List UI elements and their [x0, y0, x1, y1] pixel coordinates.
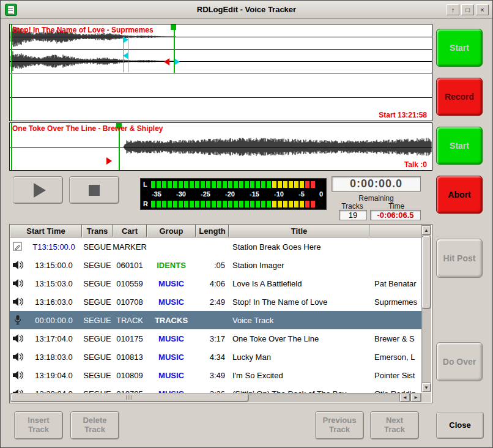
cell-start-time: 00:00:00.0: [26, 316, 82, 325]
log-row[interactable]: 13:15:03.0SEGUE010559MUSIC4:06Love Is A …: [10, 274, 423, 293]
track-start-line: [11, 74, 12, 121]
time-remaining-value: -0:06:06.5: [370, 210, 421, 220]
log-row[interactable]: 13:17:04.0SEGUE010175MUSIC3:17One Toke O…: [10, 329, 423, 348]
close-button[interactable]: ×: [476, 4, 489, 15]
window-title: RDLogEdit - Voice Tracker: [1, 5, 492, 14]
meter-scale-label: -35: [152, 190, 161, 198]
led-segment-icon: [162, 201, 166, 207]
play-button[interactable]: [13, 176, 63, 204]
log-row[interactable]: 13:15:00.0SEGUE060101IDENTS:05Station Im…: [10, 256, 423, 274]
scroll-down-icon[interactable]: ▼: [421, 383, 431, 392]
voice-track-pane[interactable]: Start 13:21:58: [10, 74, 432, 121]
marker-note-icon: [10, 242, 26, 252]
cell-start-time: 13:16:03.0: [26, 297, 82, 307]
start-track1-button[interactable]: Start: [436, 29, 483, 67]
led-segment-icon: [157, 181, 161, 188]
meter-scale-label: -30: [176, 190, 186, 198]
title-bar[interactable]: RDLogEdit - Voice Tracker ↑□×: [1, 1, 492, 19]
insert-track-button[interactable]: Insert Track: [14, 411, 63, 439]
led-segment-icon: [195, 181, 199, 188]
vertical-scrollbar-thumb[interactable]: [421, 236, 431, 309]
start-track2-button[interactable]: Start: [436, 127, 483, 165]
close-button[interactable]: Close: [436, 412, 484, 439]
log-row[interactable]: 13:18:03.0SEGUE010813MUSIC4:34Lucky ManE…: [10, 348, 423, 366]
previous-track-button[interactable]: Previous Track: [315, 411, 364, 439]
stop-button[interactable]: [69, 176, 119, 204]
voice-start-label: Start 13:21:58: [379, 111, 427, 119]
column-header-title[interactable]: Title: [229, 225, 369, 237]
cell-group: MUSIC: [147, 279, 196, 288]
cell-title: I'm So Excited: [229, 371, 369, 380]
led-segment-icon: [305, 201, 310, 207]
led-segment-icon: [300, 201, 304, 207]
meter-scale-label: -10: [274, 190, 284, 198]
next-track-button[interactable]: Next Track: [370, 411, 419, 439]
track1-waveform-pane[interactable]: Stop! In The Name of Love - Suprmemes: [10, 24, 432, 73]
column-header-cart[interactable]: Cart: [113, 225, 147, 237]
shade-button[interactable]: ↑: [447, 4, 459, 15]
column-header-trans[interactable]: Trans: [82, 225, 113, 237]
elapsed-time-display: 0:00:00.0: [332, 176, 421, 192]
led-segment-icon: [173, 181, 177, 188]
fade-marker-handle-icon[interactable]: [175, 59, 180, 65]
cell-length: 4:06: [196, 279, 229, 288]
hit-post-button[interactable]: Hit Post: [436, 239, 483, 278]
led-segment-icon: [267, 181, 271, 188]
scroll-up-icon[interactable]: ▲: [421, 225, 431, 235]
cell-group: MUSIC: [147, 334, 196, 343]
meter-scale-label: -25: [201, 190, 210, 198]
led-segment-icon: [272, 181, 276, 188]
end-marker-handle-icon[interactable]: [164, 58, 169, 65]
tracks-remaining-value: 19: [339, 210, 367, 220]
cell-cart: 010813: [113, 353, 147, 362]
column-header-length[interactable]: Length: [196, 225, 229, 237]
horizontal-scrollbar-thumb[interactable]: [10, 393, 249, 402]
speaker-icon: [10, 334, 26, 343]
cell-cart: 010809: [113, 371, 147, 380]
play-icon: [34, 183, 46, 198]
cell-start-time: 13:17:04.0: [26, 334, 82, 343]
track2-waveform-pane[interactable]: One Toke Over The Line - Brewer & Shiple…: [10, 123, 432, 170]
led-segment-icon: [278, 201, 282, 207]
scroll-left-icon[interactable]: ◄: [399, 393, 410, 402]
log-row[interactable]: 13:16:03.0SEGUE010708MUSIC2:49Stop! In T…: [10, 293, 423, 311]
fade-marker-handle-icon[interactable]: [123, 53, 128, 59]
start-marker-handle-icon[interactable]: [106, 157, 112, 165]
cell-cart: TRACK: [113, 316, 147, 325]
cell-trans: SEGUE: [82, 297, 113, 307]
column-header-group[interactable]: Group: [147, 225, 196, 237]
record-button[interactable]: Record: [436, 78, 483, 116]
horizontal-scrollbar[interactable]: ◄ ►: [10, 393, 421, 402]
led-segment-icon: [267, 201, 271, 207]
led-segment-icon: [168, 181, 172, 188]
meter-scale-label: -5: [298, 190, 305, 198]
column-header-artist[interactable]: [369, 225, 422, 237]
log-row[interactable]: T13:15:00.0SEGUEMARKERStation Break Goes…: [10, 237, 423, 256]
led-segment-icon: [168, 201, 172, 207]
segue-marker-line: [174, 24, 175, 73]
led-segment-icon: [250, 201, 254, 207]
cell-artist: Pat Benatar: [369, 279, 422, 288]
delete-track-button[interactable]: Delete Track: [70, 411, 119, 439]
led-segment-icon: [190, 201, 194, 207]
led-segment-icon: [256, 181, 260, 188]
log-row-selected[interactable]: 00:00:00.0SEGUETRACKTRACKSVoice Track: [10, 311, 423, 329]
segue-start-marker-handle-icon[interactable]: [171, 24, 176, 30]
log-row[interactable]: 13:20:04.0SEGUE010705MUSIC3:36(Sittin' O…: [10, 384, 423, 394]
fade-marker-handle-icon[interactable]: [124, 37, 128, 43]
column-header-start-time[interactable]: Start Time: [10, 225, 82, 237]
waveform-centerline: [10, 97, 432, 98]
scroll-right-icon[interactable]: ►: [410, 393, 421, 402]
led-segment-icon: [239, 201, 243, 207]
do-over-button[interactable]: Do Over: [436, 342, 483, 381]
cell-cart: 060101: [113, 261, 147, 270]
abort-button[interactable]: Abort: [436, 176, 483, 214]
log-row[interactable]: 13:19:04.0SEGUE010809MUSIC3:49I'm So Exc…: [10, 366, 423, 384]
vertical-scrollbar[interactable]: ▲ ▼: [421, 225, 431, 392]
left-channel-leds: [151, 181, 324, 188]
speaker-icon: [10, 260, 26, 270]
led-segment-icon: [195, 201, 199, 207]
led-segment-icon: [201, 201, 205, 207]
maximize-button[interactable]: □: [461, 4, 474, 15]
led-segment-icon: [228, 181, 232, 188]
